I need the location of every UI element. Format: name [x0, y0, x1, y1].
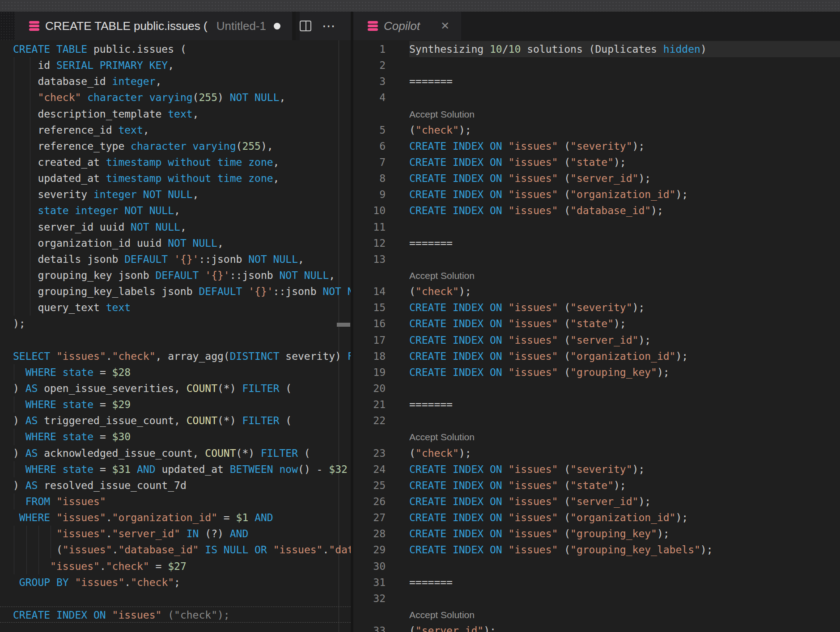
code-line[interactable]: query_text text — [0, 299, 351, 316]
code-line[interactable]: ); — [0, 316, 351, 332]
code-line[interactable] — [0, 590, 351, 607]
tab-sql-query[interactable]: CREATE TABLE public.issues ( Untitled-1 — [15, 12, 292, 40]
code-line[interactable]: ) AS triggered_issue_count, COUNT(*) FIL… — [0, 413, 351, 429]
code-line[interactable]: 9CREATE INDEX ON "issues" ("organization… — [353, 186, 840, 202]
code-line[interactable]: 28CREATE INDEX ON "issues" ("grouping_ke… — [353, 526, 840, 542]
code-line[interactable]: 15CREATE INDEX ON "issues" ("severity"); — [353, 299, 840, 316]
code-line[interactable]: WHERE state = $30 — [0, 429, 351, 445]
code-line[interactable]: 25CREATE INDEX ON "issues" ("state"); — [353, 477, 840, 493]
code-line[interactable]: reference_id text, — [0, 122, 351, 138]
code-line[interactable]: description_template text, — [0, 106, 351, 122]
code-token: text — [106, 302, 131, 313]
code-line[interactable]: 27CREATE INDEX ON "issues" ("organizatio… — [353, 510, 840, 526]
code-lens-row[interactable]: Accept Solution — [353, 106, 840, 122]
code-line[interactable]: WHERE state = $28 — [0, 364, 351, 380]
code-token: . — [100, 560, 106, 572]
code-line[interactable]: "issues"."server_id" IN (?) AND — [0, 526, 351, 542]
code-line[interactable] — [0, 332, 351, 348]
code-line[interactable]: "issues"."check" = $27 — [0, 558, 351, 574]
accept-solution-link[interactable]: Accept Solution — [409, 270, 475, 281]
split-editor-icon[interactable] — [300, 21, 311, 31]
code-token: FILTER — [348, 350, 351, 362]
code-line-ghost-suggestion[interactable]: CREATE INDEX ON "issues" ("check"); — [0, 607, 351, 623]
code-token: COUNT — [187, 415, 217, 426]
code-token: "check" — [416, 124, 459, 136]
indent-guide — [14, 235, 14, 251]
code-line[interactable]: 4 — [353, 89, 840, 105]
code-line[interactable]: WHERE state = $29 — [0, 396, 351, 413]
code-line[interactable]: ) AS open_issue_severities, COUNT(*) FIL… — [0, 380, 351, 396]
code-line[interactable]: 16CREATE INDEX ON "issues" ("state"); — [353, 316, 840, 332]
tab-copilot[interactable]: Copilot ✕ — [353, 12, 461, 40]
code-line[interactable]: updated_at timestamp without time zone, — [0, 170, 351, 186]
code-line[interactable]: 1Synthesizing 10/10 solutions (Duplicate… — [353, 41, 840, 57]
code-line[interactable]: FROM "issues" — [0, 493, 351, 510]
code-line[interactable]: ("issues"."database_id" IS NULL OR "issu… — [0, 542, 351, 558]
sql-editor[interactable]: CREATE TABLE public.issues ( id SERIAL P… — [0, 40, 351, 632]
code-line[interactable]: database_id integer, — [0, 73, 351, 89]
code-line[interactable]: GROUP BY "issues"."check"; — [0, 574, 351, 590]
code-line[interactable]: WHERE state = $31 AND updated_at BETWEEN… — [0, 461, 351, 477]
code-line[interactable]: 12======= — [353, 235, 840, 251]
code-token: NOT NULL — [230, 92, 280, 103]
code-line[interactable]: 20 — [353, 380, 840, 396]
copilot-suggestions-editor[interactable]: 1Synthesizing 10/10 solutions (Duplicate… — [353, 40, 840, 632]
code-line[interactable]: 22 — [353, 413, 840, 429]
code-line[interactable]: 11 — [353, 219, 840, 235]
more-actions-icon[interactable]: ⋯ — [322, 19, 336, 33]
code-line[interactable]: 10CREATE INDEX ON "issues" ("database_id… — [353, 202, 840, 219]
code-line[interactable]: 31======= — [353, 574, 840, 590]
accept-solution-link[interactable]: Accept Solution — [409, 432, 475, 442]
code-line[interactable]: organization_id uuid NOT NULL, — [0, 235, 351, 251]
code-line[interactable]: 21======= — [353, 396, 840, 413]
modified-indicator-dot[interactable] — [274, 23, 280, 29]
code-line[interactable]: 33("server_id"); — [353, 623, 840, 632]
code-lens-row[interactable]: Accept Solution — [353, 267, 840, 283]
code-line[interactable]: 30 — [353, 558, 840, 574]
code-token: DISTINCT — [230, 350, 280, 362]
code-line[interactable]: 29CREATE INDEX ON "issues" ("grouping_ke… — [353, 542, 840, 558]
close-icon[interactable]: ✕ — [441, 21, 450, 31]
code-line[interactable]: 26CREATE INDEX ON "issues" ("server_id")… — [353, 493, 840, 510]
code-line[interactable]: WHERE "issues"."organization_id" = $1 AN… — [0, 510, 351, 526]
code-line[interactable]: 23("check"); — [353, 445, 840, 461]
code-line[interactable]: 14("check"); — [353, 283, 840, 299]
code-line[interactable]: severity integer NOT NULL, — [0, 186, 351, 202]
code-line[interactable]: 5("check"); — [353, 122, 840, 138]
code-line[interactable]: 18CREATE INDEX ON "issues" ("organizatio… — [353, 348, 840, 364]
code-line[interactable]: 32 — [353, 590, 840, 607]
code-lens-row[interactable]: Accept Solution — [353, 429, 840, 445]
code-token: "state" — [570, 156, 614, 168]
accept-solution-link[interactable]: Accept Solution — [409, 109, 475, 119]
code-line[interactable]: 24CREATE INDEX ON "issues" ("severity"); — [353, 461, 840, 477]
code-line[interactable]: 3======= — [353, 73, 840, 89]
code-token — [168, 253, 174, 265]
code-line[interactable]: created_at timestamp without time zone, — [0, 154, 351, 170]
code-line[interactable]: server_id uuid NOT NULL, — [0, 219, 351, 235]
code-line[interactable]: 7CREATE INDEX ON "issues" ("state"); — [353, 154, 840, 170]
code-line[interactable]: 6CREATE INDEX ON "issues" ("severity"); — [353, 138, 840, 154]
code-token: '{}' — [248, 286, 273, 297]
code-line[interactable]: grouping_key jsonb DEFAULT '{}'::jsonb N… — [0, 267, 351, 283]
code-line[interactable]: ) AS acknowledged_issue_count, COUNT(*) … — [0, 445, 351, 461]
code-line[interactable]: details jsonb DEFAULT '{}'::jsonb NOT NU… — [0, 251, 351, 267]
code-line[interactable]: 2 — [353, 57, 840, 73]
indent-guide — [14, 57, 14, 73]
code-line[interactable]: ) AS resolved_issue_count_7d — [0, 477, 351, 493]
code-line[interactable]: 19CREATE INDEX ON "issues" ("grouping_ke… — [353, 364, 840, 380]
code-line[interactable]: "check" character varying(255) NOT NULL, — [0, 89, 351, 105]
code-line[interactable]: grouping_key_labels jsonb DEFAULT '{}'::… — [0, 283, 351, 299]
code-token: "issues" — [509, 189, 558, 200]
code-line[interactable]: 13 — [353, 251, 840, 267]
code-line[interactable]: SELECT "issues"."check", array_agg(DISTI… — [0, 348, 351, 364]
code-line[interactable]: CREATE TABLE public.issues ( — [0, 41, 351, 57]
accept-solution-link[interactable]: Accept Solution — [409, 610, 475, 620]
code-line[interactable]: 8CREATE INDEX ON "issues" ("server_id"); — [353, 170, 840, 186]
code-lens-row[interactable]: Accept Solution — [353, 607, 840, 623]
code-line[interactable]: state integer NOT NULL, — [0, 202, 351, 219]
code-line[interactable]: 17CREATE INDEX ON "issues" ("server_id")… — [353, 332, 840, 348]
line-number: 18 — [353, 348, 386, 364]
code-token: "issues" — [56, 496, 106, 507]
code-line[interactable]: reference_type character varying(255), — [0, 138, 351, 154]
code-line[interactable]: id SERIAL PRIMARY KEY, — [0, 57, 351, 73]
